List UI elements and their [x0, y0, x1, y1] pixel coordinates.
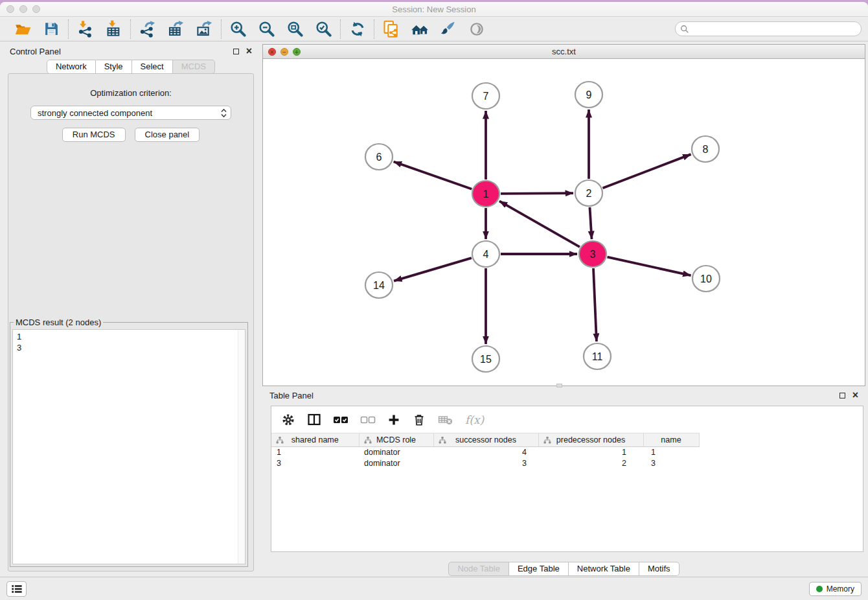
graph-edge[interactable] [593, 268, 597, 341]
refresh-button[interactable] [348, 19, 367, 38]
import-network-button[interactable] [76, 19, 95, 38]
graph-edge[interactable] [394, 162, 472, 189]
zoom-in-button[interactable] [229, 19, 247, 38]
style-button[interactable] [439, 19, 457, 38]
delete-table-button[interactable] [438, 414, 453, 426]
float-panel-icon[interactable] [233, 49, 239, 54]
graph-node[interactable]: 11 [584, 343, 611, 369]
network-window-titlebar[interactable]: × − + scc.txt [263, 45, 865, 59]
graph-edge[interactable] [589, 207, 591, 239]
memory-button[interactable]: Memory [809, 582, 862, 596]
export-image-button[interactable] [195, 19, 214, 38]
show-hide-button[interactable] [467, 19, 486, 38]
splitter-handle[interactable] [556, 384, 562, 387]
graph-edge[interactable] [607, 257, 691, 275]
save-disk-icon [43, 21, 60, 37]
create-column-button[interactable] [387, 413, 400, 426]
tab-node-table[interactable]: Node Table [448, 562, 509, 576]
column-header[interactable]: shared name [271, 433, 359, 447]
export-network-button[interactable] [138, 19, 157, 38]
search-input[interactable] [692, 24, 856, 34]
zoom-selected-button[interactable] [314, 19, 333, 38]
graph-node[interactable]: 7 [472, 83, 499, 109]
tab-mcds[interactable]: MCDS [173, 60, 215, 74]
control-panel-tabs: Network Style Select MCDS [3, 60, 259, 74]
close-panel-button[interactable]: Close panel [135, 128, 200, 142]
first-neighbors-button[interactable] [410, 19, 429, 38]
graph-node[interactable]: 6 [365, 144, 393, 170]
close-table-panel-icon[interactable]: × [852, 392, 858, 398]
column-header[interactable]: predecessor nodes [538, 433, 643, 447]
close-panel-icon[interactable]: × [246, 48, 252, 54]
graph-node[interactable]: 15 [472, 346, 499, 372]
graph-edge[interactable] [501, 193, 573, 194]
graph-node[interactable]: 8 [692, 136, 719, 162]
show-column-panel-button[interactable] [307, 413, 321, 427]
table-row[interactable]: 3dominator323 [271, 458, 699, 469]
table-cell[interactable]: 2 [538, 458, 643, 469]
style-brush-icon [439, 20, 457, 38]
graph-node[interactable]: 4 [472, 241, 499, 267]
tab-select[interactable]: Select [132, 60, 173, 74]
graph-edge[interactable] [603, 154, 691, 188]
eye-icon [468, 21, 485, 38]
graph-node[interactable]: 14 [365, 272, 393, 298]
table-cell[interactable]: 1 [538, 447, 643, 458]
graph-node[interactable]: 9 [575, 82, 602, 108]
export-table-button[interactable] [166, 19, 185, 38]
unselect-all-columns-button[interactable] [360, 415, 376, 424]
zoom-fit-button[interactable] [286, 19, 304, 38]
table-cell[interactable]: dominator [359, 447, 433, 458]
tab-motifs[interactable]: Motifs [639, 562, 680, 576]
function-builder-button[interactable]: f(x) [465, 413, 484, 426]
save-session-button[interactable] [42, 19, 61, 38]
table-panel-title: Table Panel [269, 391, 314, 400]
table-cell[interactable]: 3 [433, 458, 538, 469]
table-cell[interactable]: 1 [271, 447, 359, 458]
table-row[interactable]: 1dominator411 [271, 447, 699, 458]
table-cell[interactable]: 4 [433, 447, 538, 458]
dropdown-value: strongly connected component [38, 108, 152, 118]
network-view-window: × − + scc.txt 7968124314101511 [262, 44, 865, 386]
import-table-button[interactable] [104, 19, 123, 38]
column-header[interactable]: successor nodes [433, 433, 538, 447]
result-scrollbar[interactable] [238, 330, 245, 564]
table-panel: Table Panel × [262, 387, 865, 577]
table-cell[interactable]: 3 [271, 458, 359, 469]
mcds-result-text[interactable]: 1 3 [12, 329, 246, 564]
table-tabs: Node Table Edge Table Network Table Moti… [262, 562, 865, 576]
gear-icon [281, 413, 295, 427]
control-panel-title: Control Panel [10, 47, 61, 56]
tab-network-table[interactable]: Network Table [569, 562, 639, 576]
graph-edge[interactable] [499, 201, 580, 247]
float-table-panel-icon[interactable] [839, 393, 845, 398]
select-all-columns-button[interactable] [333, 415, 348, 424]
column-label: successor nodes [455, 435, 516, 444]
optimization-criterion-dropdown[interactable]: strongly connected component [30, 106, 231, 120]
column-label: predecessor nodes [556, 435, 625, 444]
open-session-button[interactable] [14, 19, 32, 38]
svg-text:3: 3 [590, 249, 596, 260]
network-canvas[interactable]: 7968124314101511 [263, 59, 865, 386]
graph-node[interactable]: 1 [472, 181, 499, 207]
graph-node[interactable]: 2 [575, 180, 602, 206]
clone-network-button[interactable] [382, 19, 400, 38]
column-header[interactable]: name [643, 433, 699, 447]
tab-edge-table[interactable]: Edge Table [509, 562, 569, 576]
run-mcds-button[interactable]: Run MCDS [62, 128, 126, 142]
network-window-title: scc.txt [263, 47, 865, 56]
table-cell[interactable]: dominator [359, 458, 433, 469]
table-cell[interactable]: 1 [643, 447, 699, 458]
delete-column-button[interactable] [412, 413, 426, 427]
search-field[interactable] [675, 21, 862, 36]
graph-node[interactable]: 3 [579, 241, 606, 267]
tab-style[interactable]: Style [96, 60, 132, 74]
tab-network[interactable]: Network [47, 60, 96, 74]
graph-node[interactable]: 10 [692, 266, 720, 292]
table-cell[interactable]: 3 [643, 458, 699, 469]
column-header[interactable]: MCDS role [359, 433, 433, 447]
graph-edge[interactable] [394, 258, 472, 281]
show-panels-button[interactable] [6, 581, 27, 597]
table-settings-button[interactable] [281, 413, 295, 427]
zoom-out-button[interactable] [257, 19, 276, 38]
